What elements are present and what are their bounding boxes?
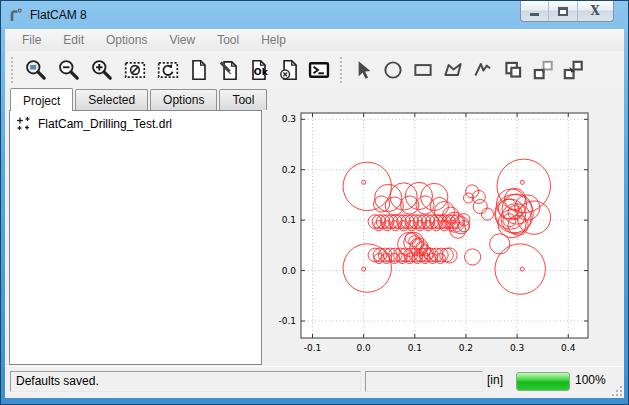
minimize-button[interactable] <box>521 1 549 21</box>
shell-icon <box>307 58 331 82</box>
draw-path-button[interactable] <box>468 54 498 86</box>
svg-text:0.3: 0.3 <box>282 114 296 124</box>
window-title: FlatCAM 8 <box>30 8 87 22</box>
minimize-icon <box>530 13 539 16</box>
copy-objects-button[interactable] <box>498 54 528 86</box>
zoom-fit-icon <box>24 58 48 82</box>
maximize-icon <box>558 7 568 16</box>
svg-text:0.4: 0.4 <box>561 343 576 353</box>
maximize-button[interactable] <box>549 1 577 21</box>
progress-percent: 100% <box>575 373 606 387</box>
draw-rectangle-icon <box>411 58 435 82</box>
tree-item-label: FlatCam_Drilling_Test.drl <box>38 117 172 131</box>
menubar: File Edit Options View Tool Help <box>5 29 624 51</box>
pointer-icon <box>351 58 375 82</box>
new-file-icon <box>187 58 211 82</box>
copy-geometry-button[interactable] <box>528 54 558 86</box>
menu-item-tool[interactable]: Tool <box>206 30 250 50</box>
cancel-file-button[interactable] <box>274 54 304 86</box>
toolbar-separator <box>340 57 343 83</box>
menu-item-view[interactable]: View <box>158 30 206 50</box>
copy-geometry-icon <box>531 58 555 82</box>
move-objects-icon <box>561 58 585 82</box>
svg-text:0.3: 0.3 <box>510 343 524 353</box>
tab-tool[interactable]: Tool <box>219 89 267 110</box>
drill-object-icon <box>16 116 31 131</box>
svg-text:-0.1: -0.1 <box>304 343 322 353</box>
flatcam-logo-icon <box>7 7 24 24</box>
units-label: [in] <box>487 373 503 387</box>
draw-rectangle-button[interactable] <box>408 54 438 86</box>
zoom-in-button[interactable] <box>85 54 118 86</box>
svg-text:-0.1: -0.1 <box>278 316 296 326</box>
replot-button[interactable] <box>151 54 184 86</box>
zoom-out-icon <box>57 58 81 82</box>
project-tree: FlatCam_Drilling_Test.drl <box>9 110 262 365</box>
tab-selected[interactable]: Selected <box>75 89 148 110</box>
close-button[interactable]: X <box>578 1 613 21</box>
menu-item-edit[interactable]: Edit <box>52 30 95 50</box>
copy-objects-icon <box>501 58 525 82</box>
save-ok-icon: Ok <box>247 58 271 82</box>
cancel-file-icon <box>277 58 301 82</box>
tab-project[interactable]: Project <box>10 88 73 111</box>
pointer-button[interactable] <box>348 54 378 86</box>
menu-item-file[interactable]: File <box>11 30 52 50</box>
status-aux-box <box>365 371 483 392</box>
shell-button[interactable] <box>304 54 334 86</box>
svg-text:0.0: 0.0 <box>282 266 297 276</box>
zoom-in-icon <box>90 58 114 82</box>
svg-text:0.2: 0.2 <box>282 165 296 175</box>
draw-polygon-button[interactable] <box>438 54 468 86</box>
edit-file-icon <box>217 58 241 82</box>
zoom-out-button[interactable] <box>52 54 85 86</box>
app-window: FlatCAM 8 X File Edit Options View Tool … <box>0 0 629 405</box>
menu-item-help[interactable]: Help <box>250 30 297 50</box>
tabbar: Project Selected Options Tool <box>10 90 269 110</box>
plot-panel: -0.10.00.10.20.30.4-0.10.00.10.20.3 <box>269 95 623 375</box>
svg-text:0.1: 0.1 <box>408 343 422 353</box>
clear-plot-icon <box>123 58 147 82</box>
resize-grip[interactable] <box>610 384 622 396</box>
window-controls: X <box>520 1 614 22</box>
toolbar-grip[interactable] <box>11 57 14 83</box>
close-icon: X <box>591 4 600 18</box>
menu-item-options[interactable]: Options <box>95 30 158 50</box>
status-message: Defaults saved. <box>16 374 99 388</box>
draw-path-icon <box>471 58 495 82</box>
statusbar: Defaults saved. [in] 100% <box>5 366 624 398</box>
draw-circle-icon <box>381 58 405 82</box>
new-file-button[interactable] <box>184 54 214 86</box>
plot-canvas[interactable]: -0.10.00.10.20.30.4-0.10.00.10.20.3 <box>269 95 623 375</box>
tab-options[interactable]: Options <box>150 89 217 110</box>
window-content: File Edit Options View Tool Help <box>5 29 624 398</box>
draw-circle-button[interactable] <box>378 54 408 86</box>
svg-text:0.2: 0.2 <box>459 343 473 353</box>
progress-bar <box>516 372 570 391</box>
svg-text:Ok: Ok <box>254 66 269 77</box>
status-message-box: Defaults saved. <box>10 371 361 392</box>
tree-item[interactable]: FlatCam_Drilling_Test.drl <box>10 111 261 131</box>
move-objects-button[interactable] <box>558 54 588 86</box>
titlebar[interactable]: FlatCAM 8 <box>7 1 87 29</box>
zoom-fit-button[interactable] <box>19 54 52 86</box>
svg-text:0.1: 0.1 <box>282 215 296 225</box>
clear-plot-button[interactable] <box>118 54 151 86</box>
save-ok-button[interactable]: Ok <box>244 54 274 86</box>
replot-icon <box>156 58 180 82</box>
toolbar: Ok <box>5 51 624 89</box>
draw-polygon-icon <box>441 58 465 82</box>
edit-file-button[interactable] <box>214 54 244 86</box>
svg-text:0.0: 0.0 <box>356 343 371 353</box>
